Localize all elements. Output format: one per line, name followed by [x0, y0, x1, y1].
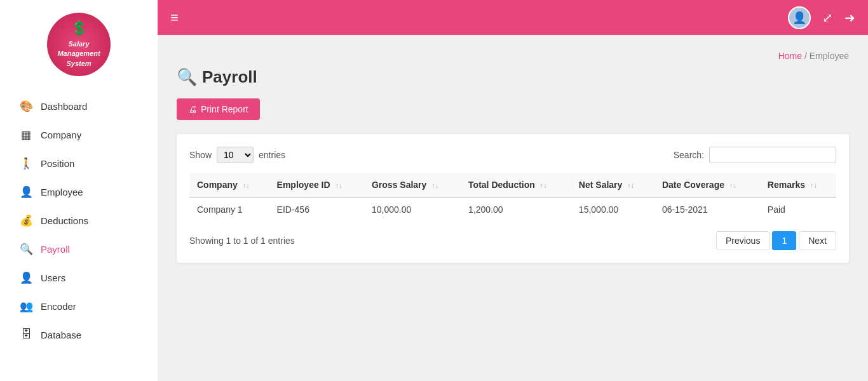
sort-icon-company[interactable]: ↑↓	[243, 182, 250, 189]
breadcrumb-current: Employee	[810, 51, 849, 61]
sidebar-item-label: Users	[41, 272, 65, 283]
show-entries: Show 10 25 50 100 entries	[189, 147, 285, 163]
sort-icon-net-salary[interactable]: ↑↓	[627, 182, 634, 189]
cell-net_salary: 15,000.00	[571, 197, 654, 221]
cell-gross_salary: 10,000.00	[364, 197, 461, 221]
sidebar-item-payroll[interactable]: 🔍 Payroll	[0, 235, 158, 264]
payroll-table: Company ↑↓ Employee ID ↑↓ Gross Salary ↑…	[189, 173, 836, 221]
cell-remarks: Paid	[760, 197, 836, 221]
col-net-salary: Net Salary ↑↓	[571, 173, 654, 197]
main-area: ≡ 👤 ⤢ ➜ Home / Employee 🔍 Payroll 🖨 Prin…	[158, 0, 868, 381]
sort-icon-employee-id[interactable]: ↑↓	[335, 182, 342, 189]
topbar: ≡ 👤 ⤢ ➜	[158, 0, 868, 35]
payroll-icon: 🔍	[19, 243, 33, 256]
deductions-icon: 💰	[19, 214, 33, 227]
cell-employee_id: EID-456	[269, 197, 364, 221]
sidebar-item-position[interactable]: 🚶 Position	[0, 149, 158, 178]
next-button[interactable]: Next	[799, 231, 836, 250]
content-area: Home / Employee 🔍 Payroll 🖨 Print Report…	[158, 35, 868, 381]
sidebar-item-encoder[interactable]: 👥 Encoder	[0, 292, 158, 321]
col-employee-id: Employee ID ↑↓	[269, 173, 364, 197]
sidebar-item-employee[interactable]: 👤 Employee	[0, 178, 158, 206]
company-icon: ▦	[19, 128, 33, 142]
sort-icon-gross-salary[interactable]: ↑↓	[431, 182, 438, 189]
previous-button[interactable]: Previous	[716, 231, 770, 250]
topbar-left: ≡	[170, 10, 179, 26]
fullscreen-icon[interactable]: ⤢	[822, 10, 833, 25]
sidebar-item-label: Encoder	[41, 301, 76, 312]
sidebar-nav: 🎨 Dashboard ▦ Company 🚶 Position 👤 Emplo…	[0, 92, 158, 349]
cell-company: Company 1	[189, 197, 269, 221]
table-container: Show 10 25 50 100 entries Search:	[177, 134, 849, 263]
sidebar-item-dashboard[interactable]: 🎨 Dashboard	[0, 92, 158, 121]
col-company: Company ↑↓	[189, 173, 269, 197]
users-icon: 👤	[19, 271, 33, 284]
page-1-button[interactable]: 1	[772, 231, 796, 250]
sidebar-item-label: Company	[41, 130, 81, 140]
database-icon: 🗄	[19, 328, 33, 341]
search-box: Search:	[674, 147, 836, 163]
encoder-icon: 👥	[19, 300, 33, 313]
title-text: Payroll	[202, 67, 257, 87]
logo-icon: 💲	[71, 20, 88, 37]
sidebar-item-label: Database	[41, 330, 81, 340]
sidebar-item-deductions[interactable]: 💰 Deductions	[0, 206, 158, 235]
hamburger-button[interactable]: ≡	[170, 10, 179, 25]
cell-date_coverage: 06-15-2021	[654, 197, 760, 221]
sidebar-item-label: Deductions	[41, 215, 88, 226]
logout-icon[interactable]: ➜	[844, 10, 855, 25]
table-controls: Show 10 25 50 100 entries Search:	[189, 147, 836, 163]
position-icon: 🚶	[19, 157, 33, 170]
dashboard-icon: 🎨	[19, 100, 33, 113]
col-gross-salary: Gross Salary ↑↓	[364, 173, 461, 197]
table-header-row: Company ↑↓ Employee ID ↑↓ Gross Salary ↑…	[189, 173, 836, 197]
sidebar-item-label: Position	[41, 158, 74, 169]
breadcrumb-home[interactable]: Home	[778, 51, 802, 61]
col-date-coverage: Date Coverage ↑↓	[654, 173, 760, 197]
table-body: Company 1EID-45610,000.001,200.0015,000.…	[189, 197, 836, 221]
page-title: 🔍 Payroll	[177, 67, 849, 87]
search-input[interactable]	[709, 147, 836, 163]
sidebar-item-company[interactable]: ▦ Company	[0, 121, 158, 149]
sidebar-item-label: Payroll	[41, 244, 70, 255]
entries-label: entries	[259, 150, 285, 160]
sidebar-item-label: Dashboard	[41, 101, 87, 112]
sort-icon-remarks[interactable]: ↑↓	[810, 182, 817, 189]
print-icon: 🖨	[188, 104, 197, 114]
print-report-button[interactable]: 🖨 Print Report	[177, 98, 260, 120]
print-button-label: Print Report	[201, 104, 248, 114]
sidebar-item-label: Employee	[41, 187, 83, 197]
sort-icon-total-deduction[interactable]: ↑↓	[540, 182, 547, 189]
sidebar: 💲 Salary ManagementSystem 🎨 Dashboard ▦ …	[0, 0, 158, 381]
logo-text: Salary ManagementSystem	[47, 39, 111, 69]
avatar[interactable]: 👤	[788, 6, 811, 29]
show-label: Show	[189, 150, 212, 160]
table-row: Company 1EID-45610,000.001,200.0015,000.…	[189, 197, 836, 221]
showing-text: Showing 1 to 1 of 1 entries	[189, 236, 295, 246]
col-remarks: Remarks ↑↓	[760, 173, 836, 197]
sidebar-item-users[interactable]: 👤 Users	[0, 264, 158, 292]
topbar-right: 👤 ⤢ ➜	[788, 6, 855, 29]
col-total-deduction: Total Deduction ↑↓	[461, 173, 571, 197]
sidebar-item-database[interactable]: 🗄 Database	[0, 321, 158, 349]
breadcrumb-separator: /	[804, 51, 807, 61]
search-label: Search:	[674, 150, 704, 160]
title-icon: 🔍	[177, 67, 197, 87]
employee-icon: 👤	[19, 185, 33, 199]
entries-select[interactable]: 10 25 50 100	[217, 147, 254, 163]
sort-icon-date-coverage[interactable]: ↑↓	[729, 182, 736, 189]
logo: 💲 Salary ManagementSystem	[47, 13, 111, 76]
pagination-buttons: Previous 1 Next	[716, 231, 836, 250]
cell-total_deduction: 1,200.00	[461, 197, 571, 221]
breadcrumb: Home / Employee	[177, 51, 849, 61]
pagination-row: Showing 1 to 1 of 1 entries Previous 1 N…	[189, 231, 836, 250]
